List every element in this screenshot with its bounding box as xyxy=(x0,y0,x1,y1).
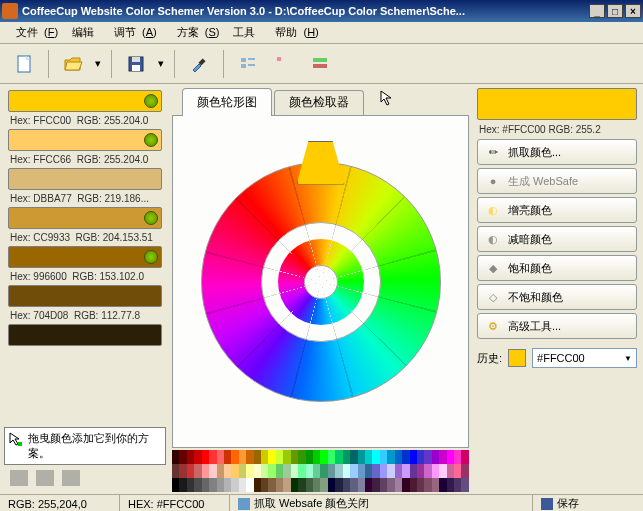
palette-cell[interactable] xyxy=(343,478,350,492)
scheme-swatch-3[interactable] xyxy=(8,207,162,229)
palette-cell[interactable] xyxy=(298,450,305,464)
palette-cell[interactable] xyxy=(194,450,201,464)
save-button[interactable] xyxy=(120,48,152,80)
selected-segment[interactable] xyxy=(297,141,345,185)
palette-cell[interactable] xyxy=(320,478,327,492)
scheme-swatch-5[interactable] xyxy=(8,285,162,307)
palette-cell[interactable] xyxy=(231,478,238,492)
desaturate-button[interactable]: ◇不饱和颜色 xyxy=(477,284,637,310)
palette-cell[interactable] xyxy=(395,478,402,492)
eyedropper-button[interactable] xyxy=(183,48,215,80)
palette-cell[interactable] xyxy=(239,478,246,492)
pick-color-button[interactable]: ✏抓取颜色... xyxy=(477,139,637,165)
palette-cell[interactable] xyxy=(283,464,290,478)
palette-cell[interactable] xyxy=(432,464,439,478)
palette-cell[interactable] xyxy=(179,450,186,464)
palette-cell[interactable] xyxy=(202,464,209,478)
palette-cell[interactable] xyxy=(410,450,417,464)
palette-cell[interactable] xyxy=(432,478,439,492)
menu-scheme[interactable]: 方案(S) xyxy=(165,23,226,42)
palette-cell[interactable] xyxy=(268,464,275,478)
palette-cell[interactable] xyxy=(454,450,461,464)
palette-cell[interactable] xyxy=(239,464,246,478)
palette-cell[interactable] xyxy=(194,464,201,478)
palette-cell[interactable] xyxy=(365,478,372,492)
palette-cell[interactable] xyxy=(432,450,439,464)
palette-cell[interactable] xyxy=(224,478,231,492)
palette-bar[interactable] xyxy=(172,450,469,492)
palette-cell[interactable] xyxy=(202,478,209,492)
palette-cell[interactable] xyxy=(461,450,468,464)
palette-cell[interactable] xyxy=(461,478,468,492)
palette-cell[interactable] xyxy=(372,478,379,492)
palette-cell[interactable] xyxy=(320,450,327,464)
palette-cell[interactable] xyxy=(365,464,372,478)
palette-cell[interactable] xyxy=(387,464,394,478)
palette-cell[interactable] xyxy=(283,478,290,492)
tab-color-picker[interactable]: 颜色检取器 xyxy=(274,90,364,116)
palette-cell[interactable] xyxy=(320,464,327,478)
palette-cell[interactable] xyxy=(194,478,201,492)
color-wheel[interactable] xyxy=(201,162,441,402)
palette-cell[interactable] xyxy=(172,464,179,478)
advanced-button[interactable]: ⚙高级工具... xyxy=(477,313,637,339)
view3-button[interactable] xyxy=(304,48,336,80)
palette-cell[interactable] xyxy=(298,478,305,492)
lighten-button[interactable]: ◐增亮颜色 xyxy=(477,197,637,223)
palette-cell[interactable] xyxy=(283,450,290,464)
view2-button[interactable]: /> xyxy=(268,48,300,80)
palette-cell[interactable] xyxy=(350,450,357,464)
palette-cell[interactable] xyxy=(447,450,454,464)
palette-cell[interactable] xyxy=(313,450,320,464)
palette-cell[interactable] xyxy=(224,464,231,478)
palette-cell[interactable] xyxy=(424,464,431,478)
palette-cell[interactable] xyxy=(380,450,387,464)
palette-cell[interactable] xyxy=(291,478,298,492)
menu-tools[interactable]: 工具 xyxy=(227,23,261,42)
palette-cell[interactable] xyxy=(254,464,261,478)
palette-cell[interactable] xyxy=(358,464,365,478)
open-dropdown[interactable]: ▾ xyxy=(93,57,103,70)
palette-cell[interactable] xyxy=(335,450,342,464)
maximize-button[interactable]: □ xyxy=(607,4,623,18)
palette-cell[interactable] xyxy=(261,450,268,464)
close-button[interactable]: × xyxy=(625,4,641,18)
palette-cell[interactable] xyxy=(217,464,224,478)
palette-cell[interactable] xyxy=(179,464,186,478)
palette-cell[interactable] xyxy=(239,450,246,464)
footer-icon-2[interactable] xyxy=(36,470,54,486)
palette-cell[interactable] xyxy=(246,478,253,492)
palette-cell[interactable] xyxy=(387,450,394,464)
color-wheel-area[interactable] xyxy=(172,115,469,448)
palette-cell[interactable] xyxy=(254,450,261,464)
palette-cell[interactable] xyxy=(187,464,194,478)
palette-cell[interactable] xyxy=(261,478,268,492)
palette-cell[interactable] xyxy=(335,478,342,492)
palette-cell[interactable] xyxy=(417,464,424,478)
palette-cell[interactable] xyxy=(187,478,194,492)
minimize-button[interactable]: _ xyxy=(589,4,605,18)
palette-cell[interactable] xyxy=(261,464,268,478)
inner-wheel[interactable] xyxy=(278,239,364,325)
palette-cell[interactable] xyxy=(254,478,261,492)
palette-cell[interactable] xyxy=(306,464,313,478)
palette-cell[interactable] xyxy=(328,478,335,492)
palette-cell[interactable] xyxy=(179,478,186,492)
palette-cell[interactable] xyxy=(306,450,313,464)
palette-cell[interactable] xyxy=(395,450,402,464)
palette-cell[interactable] xyxy=(439,464,446,478)
palette-cell[interactable] xyxy=(246,450,253,464)
palette-cell[interactable] xyxy=(328,450,335,464)
scheme-swatch-6[interactable] xyxy=(8,324,162,346)
palette-cell[interactable] xyxy=(447,464,454,478)
scheme-swatch-2[interactable] xyxy=(8,168,162,190)
palette-cell[interactable] xyxy=(424,450,431,464)
palette-cell[interactable] xyxy=(358,450,365,464)
scheme-swatch-0[interactable] xyxy=(8,90,162,112)
menu-file[interactable]: 文件(F) xyxy=(4,23,64,42)
palette-cell[interactable] xyxy=(172,450,179,464)
palette-cell[interactable] xyxy=(313,478,320,492)
menu-help[interactable]: 帮助(H) xyxy=(263,23,324,42)
palette-cell[interactable] xyxy=(387,478,394,492)
palette-cell[interactable] xyxy=(217,478,224,492)
